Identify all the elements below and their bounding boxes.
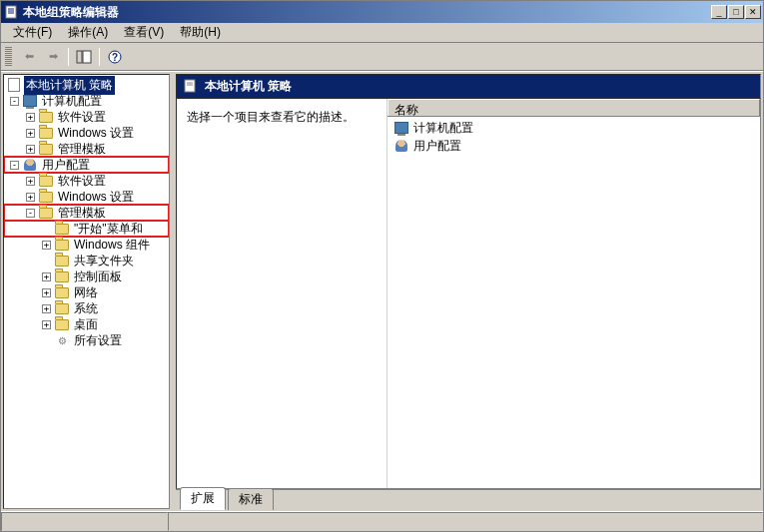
app-icon [3,4,19,20]
expand-icon[interactable]: + [42,241,51,250]
computer-icon [393,120,409,136]
svg-rect-0 [6,6,16,18]
no-expander [42,225,51,234]
status-cell [168,512,763,531]
forward-button[interactable]: ➡ [42,46,64,68]
menu-action[interactable]: 操作(A) [60,22,116,43]
collapse-icon[interactable]: - [10,97,19,106]
svg-rect-8 [185,80,195,92]
help-button[interactable]: ? [104,46,126,68]
expand-icon[interactable]: + [26,129,35,138]
no-expander [42,336,51,345]
expand-icon[interactable]: + [26,113,35,122]
no-expander [42,257,51,266]
folder-icon [54,269,70,283]
tab-standard[interactable]: 标准 [228,488,274,510]
expand-icon[interactable]: + [42,288,51,297]
list-item-label: 用户配置 [413,138,461,155]
toolbar: ⬅ ➡ ? [1,43,763,71]
minimize-button[interactable]: _ [711,5,727,19]
user-icon [393,138,409,154]
expand-icon[interactable]: + [42,320,51,329]
menubar: 文件(F) 操作(A) 查看(V) 帮助(H) [1,23,763,43]
menu-file[interactable]: 文件(F) [5,22,60,43]
description-text: 选择一个项目来查看它的描述。 [187,110,355,124]
tree-label: 所有设置 [72,331,124,350]
expand-icon[interactable]: + [26,193,35,202]
folder-icon [38,206,54,220]
svg-rect-5 [83,51,91,63]
collapse-icon[interactable]: - [10,161,19,170]
folder-icon [38,110,54,124]
folder-icon [38,126,54,140]
menu-view[interactable]: 查看(V) [116,22,172,43]
folder-icon [54,301,70,315]
expand-icon[interactable]: + [26,177,35,186]
column-headers: 名称 [387,99,760,117]
description-pane: 选择一个项目来查看它的描述。 [177,99,386,488]
folder-icon [38,142,54,156]
expand-icon[interactable]: + [42,272,51,281]
folder-icon [54,317,70,331]
content-title: 本地计算机 策略 [205,78,292,95]
maximize-button[interactable]: □ [728,5,744,19]
list-item-label: 计算机配置 [413,120,473,137]
tree-pane[interactable]: 本地计算机 策略 - 计算机配置 + 软件设置 + Windows 设置 [3,74,170,509]
folder-icon [54,285,70,299]
folder-icon [38,174,54,188]
svg-text:?: ? [112,52,118,63]
toolbar-separator [68,48,69,66]
menu-help[interactable]: 帮助(H) [172,22,229,43]
folder-icon [38,190,54,204]
tree: 本地计算机 策略 - 计算机配置 + 软件设置 + Windows 设置 [4,75,169,350]
svg-rect-4 [77,51,82,63]
window-title: 本地组策略编辑器 [23,4,711,21]
folder-icon [54,254,70,267]
toolbar-separator [99,48,100,66]
expand-icon[interactable]: + [42,304,51,313]
toolbar-grip [5,47,12,67]
list-item[interactable]: 用户配置 [389,137,758,155]
list-item[interactable]: 计算机配置 [389,119,758,137]
show-hide-tree-button[interactable] [73,46,95,68]
doc-icon [183,79,199,95]
folder-icon [54,238,70,252]
titlebar: 本地组策略编辑器 _ □ ✕ [1,1,763,23]
user-icon [22,158,38,172]
list-items: 计算机配置 用户配置 [387,117,760,157]
list-pane: 名称 计算机配置 用户配置 [386,99,760,488]
column-name[interactable]: 名称 [387,99,760,116]
collapse-icon[interactable]: - [26,209,35,218]
body-area: 本地计算机 策略 - 计算机配置 + 软件设置 + Windows 设置 [1,71,763,511]
tab-extended[interactable]: 扩展 [180,487,226,510]
close-button[interactable]: ✕ [745,5,761,19]
main-window: 本地组策略编辑器 _ □ ✕ 文件(F) 操作(A) 查看(V) 帮助(H) ⬅… [0,0,764,532]
window-buttons: _ □ ✕ [711,5,761,19]
doc-icon [6,78,22,92]
tree-all-settings[interactable]: ⚙ 所有设置 [4,332,169,348]
statusbar [1,511,763,531]
expand-icon[interactable]: + [26,145,35,154]
content-header: 本地计算机 策略 [176,74,761,98]
content-pane: 本地计算机 策略 选择一个项目来查看它的描述。 名称 计算机配置 [176,74,761,509]
gear-icon: ⚙ [54,333,70,347]
content-body: 选择一个项目来查看它的描述。 名称 计算机配置 用户配置 [176,98,761,489]
folder-icon [54,222,70,236]
tabs: 扩展 标准 [176,489,761,509]
computer-icon [22,94,38,108]
back-button[interactable]: ⬅ [18,46,40,68]
status-cell [1,512,168,531]
